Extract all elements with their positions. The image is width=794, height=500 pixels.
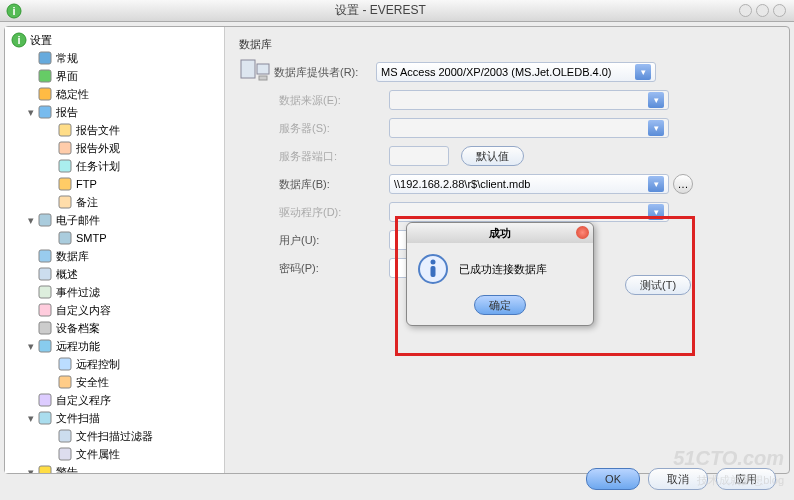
dialog-title: 成功 <box>407 223 593 243</box>
success-dialog: 成功 已成功连接数据库 确定 <box>406 222 594 326</box>
svg-rect-17 <box>39 286 51 298</box>
tree-item[interactable]: 远程控制 <box>5 355 224 373</box>
database-select[interactable]: \\192.168.2.88\r$\client.mdb▾ <box>389 174 669 194</box>
tree-item[interactable]: SMTP <box>5 229 224 247</box>
svg-rect-8 <box>59 124 71 136</box>
tree-item[interactable]: ▾报告 <box>5 103 224 121</box>
source-select: ▾ <box>389 90 669 110</box>
watermark-sub: 技术成就梦想blog <box>697 473 784 488</box>
svg-rect-12 <box>59 196 71 208</box>
driver-label: 驱动程序(D): <box>279 205 389 220</box>
svg-rect-24 <box>39 412 51 424</box>
svg-rect-20 <box>39 340 51 352</box>
svg-rect-6 <box>39 88 51 100</box>
svg-rect-31 <box>257 64 269 74</box>
dialog-close-button[interactable] <box>576 226 589 239</box>
port-label: 服务器端口: <box>279 149 389 164</box>
tree-item[interactable]: 任务计划 <box>5 157 224 175</box>
svg-rect-30 <box>241 60 255 78</box>
tree-item[interactable]: 常规 <box>5 49 224 67</box>
tree-item[interactable]: ▾远程功能 <box>5 337 224 355</box>
server-label: 服务器(S): <box>279 121 389 136</box>
svg-rect-4 <box>39 52 51 64</box>
server-select: ▾ <box>389 118 669 138</box>
tree-item[interactable]: 安全性 <box>5 373 224 391</box>
tree-item[interactable]: 自定义程序 <box>5 391 224 409</box>
svg-rect-26 <box>59 448 71 460</box>
svg-rect-5 <box>39 70 51 82</box>
tree-item[interactable]: 自定义内容 <box>5 301 224 319</box>
svg-rect-35 <box>431 266 436 277</box>
tree-item[interactable]: 稳定性 <box>5 85 224 103</box>
watermark: 51CTO.com <box>673 447 784 470</box>
tree-item[interactable]: 概述 <box>5 265 224 283</box>
svg-rect-19 <box>39 322 51 334</box>
svg-text:i: i <box>12 5 15 17</box>
provider-label: 数据库提供者(R): <box>274 65 376 80</box>
svg-rect-9 <box>59 142 71 154</box>
svg-rect-11 <box>59 178 71 190</box>
app-icon: i <box>6 3 22 19</box>
svg-rect-18 <box>39 304 51 316</box>
user-label: 用户(U): <box>279 233 389 248</box>
tree-item[interactable]: 设备档案 <box>5 319 224 337</box>
tree-item[interactable]: ▾文件扫描 <box>5 409 224 427</box>
svg-rect-14 <box>59 232 71 244</box>
svg-text:i: i <box>17 34 20 46</box>
provider-select[interactable]: MS Access 2000/XP/2003 (MS.Jet.OLEDB.4.0… <box>376 62 656 82</box>
tree-item[interactable]: 事件过滤 <box>5 283 224 301</box>
tree-item[interactable]: 文件属性 <box>5 445 224 463</box>
svg-rect-32 <box>259 76 267 80</box>
default-button[interactable]: 默认值 <box>461 146 524 166</box>
tree-root[interactable]: i 设置 <box>5 31 224 49</box>
svg-rect-15 <box>39 250 51 262</box>
svg-rect-7 <box>39 106 51 118</box>
tree-item[interactable]: 数据库 <box>5 247 224 265</box>
dialog-ok-button[interactable]: 确定 <box>474 295 526 315</box>
svg-rect-13 <box>39 214 51 226</box>
tree-item[interactable]: ▾电子邮件 <box>5 211 224 229</box>
svg-point-34 <box>431 260 436 265</box>
port-input <box>389 146 449 166</box>
ok-button[interactable]: OK <box>586 468 640 490</box>
svg-rect-10 <box>59 160 71 172</box>
server-icon <box>239 58 271 86</box>
svg-rect-16 <box>39 268 51 280</box>
tree-item[interactable]: 文件扫描过滤器 <box>5 427 224 445</box>
tree-item[interactable]: 报告外观 <box>5 139 224 157</box>
browse-button[interactable]: … <box>673 174 693 194</box>
password-label: 密码(P): <box>279 261 389 276</box>
dialog-message: 已成功连接数据库 <box>459 262 547 277</box>
settings-tree[interactable]: i 设置 常规界面稳定性▾报告报告文件报告外观任务计划FTP备注▾电子邮件SMT… <box>5 27 225 473</box>
dropdown-icon: ▾ <box>635 64 651 80</box>
svg-rect-21 <box>59 358 71 370</box>
group-title: 数据库 <box>239 37 775 52</box>
database-label: 数据库(B): <box>279 177 389 192</box>
tree-item[interactable]: FTP <box>5 175 224 193</box>
tree-item[interactable]: 界面 <box>5 67 224 85</box>
close-button[interactable] <box>773 4 786 17</box>
tree-item[interactable]: 备注 <box>5 193 224 211</box>
source-label: 数据来源(E): <box>279 93 389 108</box>
window-title: 设置 - EVEREST <box>22 2 739 19</box>
svg-rect-23 <box>39 394 51 406</box>
tree-item[interactable]: ▾警告 <box>5 463 224 473</box>
minimize-button[interactable] <box>739 4 752 17</box>
info-icon <box>417 253 449 285</box>
svg-rect-22 <box>59 376 71 388</box>
maximize-button[interactable] <box>756 4 769 17</box>
svg-rect-25 <box>59 430 71 442</box>
svg-rect-27 <box>39 466 51 473</box>
tree-item[interactable]: 报告文件 <box>5 121 224 139</box>
